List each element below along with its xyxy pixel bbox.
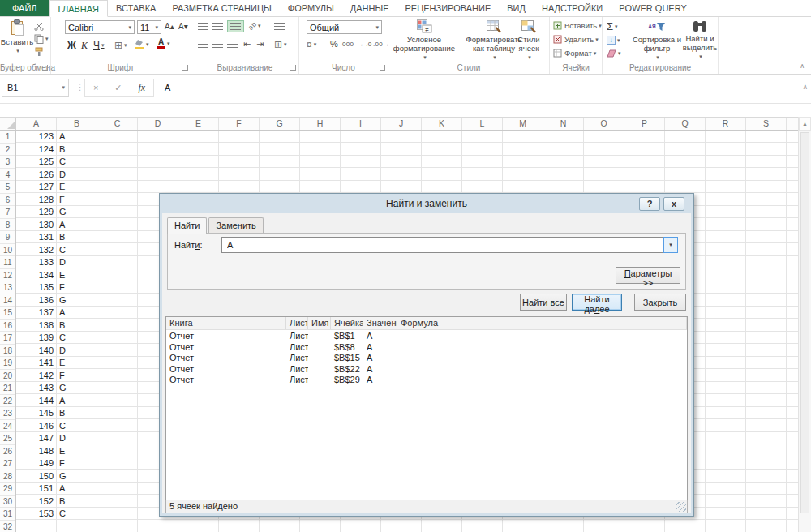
find-next-button[interactable]: Найти далее	[572, 294, 622, 311]
fill-button[interactable]: ↓ ▾	[607, 36, 620, 45]
row-header-14[interactable]: 14	[0, 294, 15, 307]
column-header-H[interactable]: H	[300, 118, 341, 130]
result-row[interactable]: ОтчетЛист1$B$15A	[166, 352, 687, 363]
cell-B11[interactable]: D	[57, 256, 97, 269]
column-header-O[interactable]: O	[584, 118, 624, 130]
cell-A20[interactable]: 142	[16, 370, 57, 383]
cell-B19[interactable]: E	[57, 357, 97, 370]
wrap-text-button[interactable]	[274, 23, 285, 30]
cell-B2[interactable]: B	[57, 144, 97, 157]
cut-button[interactable]	[34, 22, 44, 31]
cell-A21[interactable]: 143	[16, 382, 57, 395]
row-header-22[interactable]: 22	[0, 395, 15, 408]
align-left-button[interactable]	[198, 41, 208, 48]
cell-A1[interactable]: 123	[16, 131, 57, 144]
align-right-button[interactable]	[227, 41, 238, 48]
fill-color-button[interactable]: ▾	[135, 40, 149, 49]
column-header-D[interactable]: D	[138, 118, 178, 130]
results-column-header-0[interactable]: Книга	[166, 317, 286, 329]
cell-A15[interactable]: 137	[16, 307, 57, 320]
decrease-decimal-button[interactable]: .00→	[373, 41, 389, 48]
clipboard-dialog-launcher-icon[interactable]	[42, 65, 48, 71]
row-header-11[interactable]: 11	[0, 256, 15, 269]
row-header-5[interactable]: 5	[0, 181, 15, 194]
result-row[interactable]: ОтчетЛист1$B$29A	[166, 374, 687, 385]
row-header-26[interactable]: 26	[0, 445, 15, 458]
font-color-button[interactable]: А ▾	[157, 38, 170, 49]
column-header-L[interactable]: L	[462, 118, 503, 130]
increase-indent-button[interactable]: ⇥	[256, 39, 264, 49]
name-box-input[interactable]	[6, 82, 50, 93]
column-header-R[interactable]: R	[706, 118, 746, 130]
cell-A5[interactable]: 127	[16, 181, 57, 194]
cell-A24[interactable]: 146	[16, 420, 57, 433]
cell-A7[interactable]: 129	[16, 206, 57, 219]
row-header-3[interactable]: 3	[0, 156, 15, 169]
cell-A12[interactable]: 134	[16, 269, 57, 282]
cell-B4[interactable]: D	[57, 169, 97, 182]
cell-A18[interactable]: 140	[16, 345, 57, 358]
row-header-29[interactable]: 29	[0, 483, 15, 496]
cell-B17[interactable]: C	[57, 332, 97, 345]
row-header-31[interactable]: 31	[0, 508, 15, 521]
cell-styles-button[interactable]: Стили ячеек ▾	[508, 19, 549, 62]
cell-A6[interactable]: 128	[16, 194, 57, 207]
scrollbar-thumb[interactable]	[800, 132, 809, 513]
row-header-25[interactable]: 25	[0, 432, 15, 445]
row-header-17[interactable]: 17	[0, 332, 15, 345]
delete-cells-button[interactable]: Удалить ▾	[553, 35, 599, 44]
cell-A2[interactable]: 124	[16, 144, 57, 157]
dialog-help-button[interactable]: ?	[639, 197, 660, 211]
cell-B15[interactable]: A	[57, 307, 97, 320]
column-header-N[interactable]: N	[543, 118, 584, 130]
column-header-J[interactable]: J	[381, 118, 422, 130]
insert-cells-button[interactable]: Вставить ▾	[553, 21, 602, 30]
ribbon-tab-6[interactable]: РЕЦЕНЗИРОВАНИЕ	[397, 0, 499, 16]
row-header-2[interactable]: 2	[0, 144, 15, 157]
column-header-I[interactable]: I	[341, 118, 381, 130]
clear-button[interactable]: ▾	[607, 49, 621, 58]
cell-A29[interactable]: 151	[16, 483, 57, 496]
column-header-S[interactable]: S	[746, 118, 787, 130]
align-center-button[interactable]	[212, 41, 223, 48]
row-header-8[interactable]: 8	[0, 219, 15, 232]
alignment-dialog-launcher-icon[interactable]	[290, 65, 296, 71]
close-button[interactable]: Закрыть	[634, 294, 686, 311]
dialog-title[interactable]: Найти и заменить	[160, 194, 693, 213]
cell-A10[interactable]: 132	[16, 244, 57, 257]
cell-A3[interactable]: 125	[16, 156, 57, 169]
cell-B31[interactable]: C	[57, 508, 97, 521]
cell-B10[interactable]: C	[57, 244, 97, 257]
row-header-23[interactable]: 23	[0, 407, 15, 420]
cell-A23[interactable]: 145	[16, 407, 57, 420]
row-header-15[interactable]: 15	[0, 307, 15, 320]
row-header-30[interactable]: 30	[0, 496, 15, 508]
cell-B32[interactable]	[57, 521, 97, 532]
cell-B20[interactable]: F	[57, 370, 97, 383]
copy-button[interactable]: ▾	[34, 34, 49, 44]
autosum-button[interactable]: Σ▾	[607, 20, 618, 32]
increase-decimal-button[interactable]: ←.0	[359, 41, 372, 48]
cell-A19[interactable]: 141	[16, 357, 57, 370]
row-header-4[interactable]: 4	[0, 169, 15, 182]
cell-B22[interactable]: A	[57, 395, 97, 408]
sort-filter-button[interactable]: АЯ Сортировка и фильтр ▾	[632, 19, 682, 62]
align-top-button[interactable]	[198, 23, 208, 30]
cell-B16[interactable]: B	[57, 320, 97, 332]
collapse-ribbon-button[interactable]: ∧	[800, 62, 805, 70]
ribbon-tab-2[interactable]: ВСТАВКА	[108, 0, 164, 16]
column-header-B[interactable]: B	[57, 118, 97, 130]
row-header-19[interactable]: 19	[0, 357, 15, 370]
cell-A22[interactable]: 144	[16, 395, 57, 408]
column-header-K[interactable]: K	[422, 118, 462, 130]
cell-B13[interactable]: F	[57, 281, 97, 294]
ribbon-tab-4[interactable]: ФОРМУЛЫ	[280, 0, 342, 16]
row-header-9[interactable]: 9	[0, 231, 15, 244]
orientation-button[interactable]: ab▾	[248, 22, 261, 30]
find-what-input[interactable]	[225, 238, 661, 251]
cell-A25[interactable]: 147	[16, 432, 57, 445]
cell-A26[interactable]: 148	[16, 445, 57, 458]
row-header-20[interactable]: 20	[0, 370, 15, 383]
number-dialog-launcher-icon[interactable]	[380, 65, 385, 71]
options-button[interactable]: Параметры >>	[616, 267, 680, 284]
